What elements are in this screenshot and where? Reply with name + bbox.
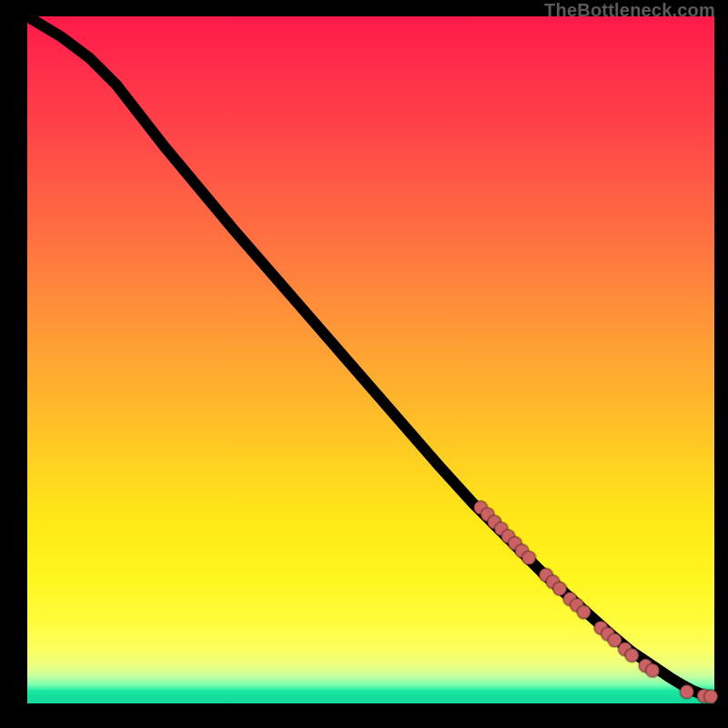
data-point-marker — [680, 685, 693, 699]
bottleneck-curve — [27, 16, 714, 696]
data-point-marker — [646, 663, 660, 677]
data-point-marker — [625, 649, 639, 662]
chart-frame: TheBottleneck.com — [0, 0, 728, 728]
plot-area — [27, 16, 714, 703]
data-point-marker — [577, 605, 591, 619]
watermark-text: TheBottleneck.com — [544, 0, 715, 21]
data-point-marker — [704, 690, 718, 703]
data-point-marker — [522, 551, 536, 564]
data-markers — [474, 500, 718, 703]
chart-svg — [27, 16, 714, 703]
